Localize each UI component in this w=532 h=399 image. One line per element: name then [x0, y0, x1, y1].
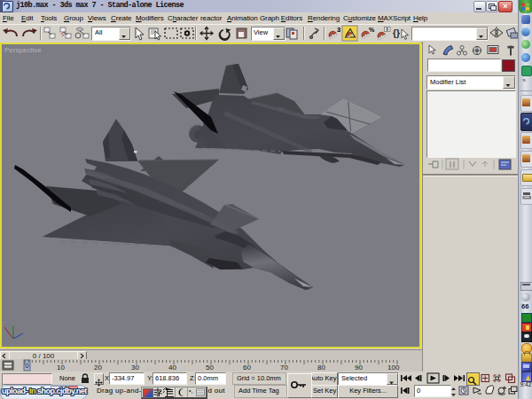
- svg-text:50: 50: [206, 364, 214, 372]
- svg-text:3: 3: [337, 26, 340, 34]
- svg-text:70: 70: [280, 364, 288, 372]
- svg-text:z: z: [3, 320, 5, 325]
- svg-text:10: 10: [57, 364, 65, 372]
- svg-text:{}: {}: [393, 28, 400, 38]
- svg-text:100: 100: [387, 364, 400, 372]
- svg-text:30: 30: [131, 364, 139, 372]
- svg-text:60: 60: [243, 364, 251, 372]
- svg-text:40: 40: [168, 364, 176, 372]
- svg-text:%: %: [369, 27, 375, 33]
- svg-text:20: 20: [94, 364, 102, 372]
- svg-text:80: 80: [317, 364, 325, 372]
- svg-text:0: 0: [26, 362, 29, 370]
- svg-text:90: 90: [355, 364, 363, 372]
